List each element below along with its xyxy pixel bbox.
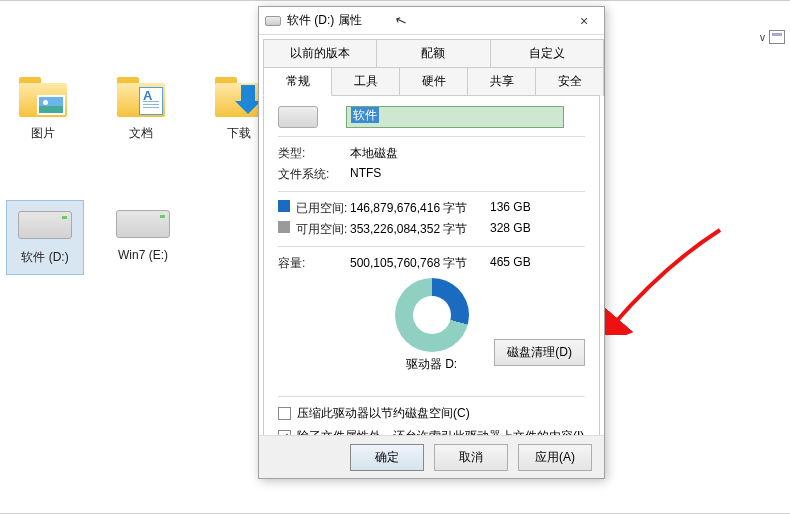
used-bytes: 146,879,676,416 字节 <box>350 200 490 217</box>
chevron-down-icon[interactable]: v <box>760 32 765 43</box>
folder-icon <box>113 75 169 117</box>
cancel-button[interactable]: 取消 <box>434 444 508 471</box>
disk-cleanup-button[interactable]: 磁盘清理(D) <box>494 339 585 366</box>
divider <box>278 191 585 192</box>
used-color-swatch <box>278 200 290 212</box>
dialog-titlebar[interactable]: 软件 (D:) 属性 × <box>259 7 604 35</box>
free-label: 可用空间: <box>296 222 347 236</box>
checkbox-icon[interactable] <box>278 407 291 420</box>
divider <box>278 246 585 247</box>
type-label: 类型: <box>278 145 350 162</box>
capacity-human: 465 GB <box>490 255 550 272</box>
used-label: 已用空间: <box>296 201 347 215</box>
drive-icon <box>18 211 72 239</box>
drive-item-d[interactable]: 软件 (D:) <box>6 200 84 275</box>
compress-label: 压缩此驱动器以节约磁盘空间(C) <box>297 405 470 422</box>
tabs-row-bottom: 常规 工具 硬件 共享 安全 <box>259 67 604 96</box>
divider <box>278 396 585 397</box>
apply-button[interactable]: 应用(A) <box>518 444 592 471</box>
row-used: 已用空间: 146,879,676,416 字节 136 GB <box>278 200 585 217</box>
usage-pie-chart <box>395 278 469 352</box>
folder-label: 文档 <box>106 125 176 142</box>
properties-dialog: 软件 (D:) 属性 × 以前的版本 配额 自定义 常规 工具 硬件 共享 安全… <box>258 6 605 479</box>
compress-checkbox-row[interactable]: 压缩此驱动器以节约磁盘空间(C) <box>278 405 585 422</box>
picture-overlay-icon <box>37 95 65 115</box>
folder-grid: 图片 文档 下载 <box>0 75 274 142</box>
disk-large-icon <box>278 106 318 128</box>
view-layout-icon[interactable] <box>769 30 785 44</box>
row-free: 可用空间: 353,226,084,352 字节 328 GB <box>278 221 585 238</box>
drive-label: Win7 (E:) <box>104 248 182 262</box>
tab-security[interactable]: 安全 <box>535 67 604 96</box>
filesystem-label: 文件系统: <box>278 166 350 183</box>
drive-item-e[interactable]: Win7 (E:) <box>104 200 182 275</box>
tab-general[interactable]: 常规 <box>263 67 332 96</box>
free-bytes: 353,226,084,352 字节 <box>350 221 490 238</box>
capacity-bytes: 500,105,760,768 字节 <box>350 255 490 272</box>
divider <box>278 136 585 137</box>
volume-name-input[interactable]: 软件 <box>346 106 564 128</box>
tab-sharing[interactable]: 共享 <box>467 67 536 96</box>
row-capacity: 容量: 500,105,760,768 字节 465 GB <box>278 255 585 272</box>
tab-panel-general: 软件 类型: 本地磁盘 文件系统: NTFS 已用空间: 146,879,676… <box>263 95 600 457</box>
folder-icon <box>15 75 71 117</box>
used-human: 136 GB <box>490 200 550 217</box>
disk-icon <box>265 16 281 26</box>
folder-pictures[interactable]: 图片 <box>8 75 78 142</box>
window-border-top <box>0 0 790 1</box>
close-icon[interactable]: × <box>570 13 598 29</box>
tabs-row-top: 以前的版本 配额 自定义 <box>259 35 604 67</box>
drive-icon <box>116 210 170 238</box>
type-value: 本地磁盘 <box>350 145 490 162</box>
capacity-label: 容量: <box>278 255 350 272</box>
tab-customize[interactable]: 自定义 <box>490 39 604 67</box>
filesystem-value: NTFS <box>350 166 490 183</box>
document-overlay-icon <box>139 87 163 115</box>
ok-button[interactable]: 确定 <box>350 444 424 471</box>
folder-label: 图片 <box>8 125 78 142</box>
folder-documents[interactable]: 文档 <box>106 75 176 142</box>
explorer-view-toolbar: v <box>760 30 785 44</box>
row-type: 类型: 本地磁盘 <box>278 145 585 162</box>
drive-grid: 软件 (D:) Win7 (E:) <box>0 200 182 275</box>
dialog-button-bar: 确定 取消 应用(A) <box>259 435 604 478</box>
dialog-title: 软件 (D:) 属性 <box>287 12 570 29</box>
free-color-swatch <box>278 221 290 233</box>
tab-quota[interactable]: 配额 <box>376 39 490 67</box>
tab-previous-versions[interactable]: 以前的版本 <box>263 39 377 67</box>
tab-hardware[interactable]: 硬件 <box>399 67 468 96</box>
row-filesystem: 文件系统: NTFS <box>278 166 585 183</box>
drive-label: 软件 (D:) <box>7 249 83 266</box>
free-human: 328 GB <box>490 221 550 238</box>
tab-tools[interactable]: 工具 <box>331 67 400 96</box>
